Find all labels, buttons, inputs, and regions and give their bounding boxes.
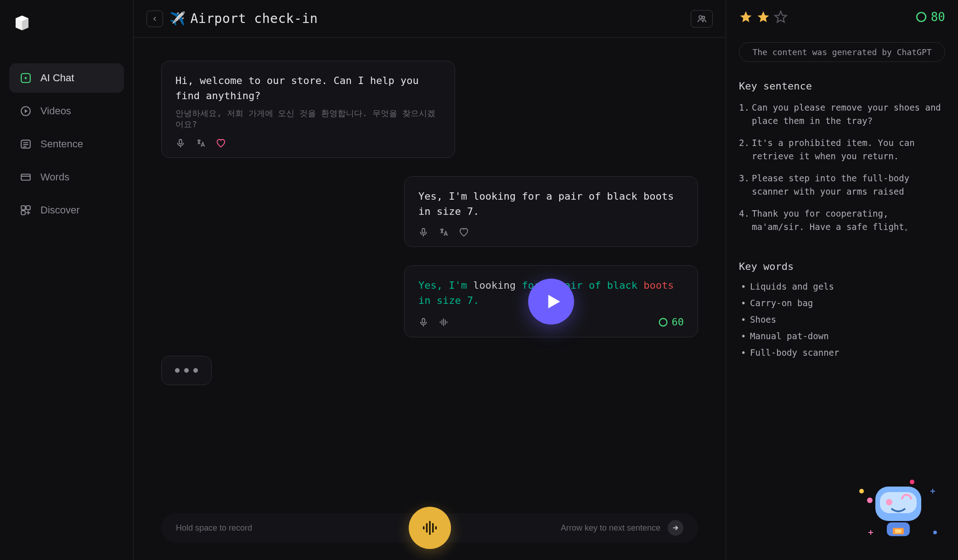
- key-words-list: Liquids and gelsCarry-on bagShoesManual …: [739, 281, 945, 364]
- chat-sparkle-icon: [19, 72, 32, 84]
- svg-point-33: [867, 498, 873, 503]
- system-message-bubble: Hi, welcome to our store. Can I help you…: [161, 61, 455, 158]
- practice-word: boots: [643, 280, 674, 291]
- star-icon: [739, 10, 753, 24]
- translate-icon[interactable]: [439, 227, 449, 237]
- key-sentence-item: It's a prohibited item. You can retrieve…: [739, 136, 945, 163]
- svg-rect-39: [895, 529, 902, 533]
- conversation-area: Hi, welcome to our store. Can I help you…: [134, 38, 726, 496]
- svg-rect-10: [21, 211, 25, 215]
- user-message-bubble: Yes, I'm looking for a pair of black boo…: [404, 176, 698, 247]
- svg-point-36: [886, 499, 892, 505]
- svg-point-32: [859, 489, 864, 493]
- text-lines-icon: [19, 138, 32, 151]
- page-title: ✈️ Airport check-in: [169, 11, 318, 26]
- sidebar: AI Chat Videos Sentence Words Discover: [0, 0, 133, 560]
- nav-words[interactable]: Words: [9, 162, 124, 192]
- key-word-item: Full-body scanner: [739, 347, 945, 358]
- message-translation: 안녕하세요, 저희 가게에 오신 것을 환영합니다. 무엇을 찾으시겠어요?: [175, 108, 441, 130]
- nav-label: Words: [40, 171, 69, 183]
- members-button[interactable]: [691, 10, 713, 28]
- nav-discover[interactable]: Discover: [9, 196, 124, 225]
- footer-hint-right: Arrow key to next sentence: [561, 523, 660, 533]
- footer-hint-left: Hold space to record: [176, 523, 252, 533]
- message-text: Yes, I'm looking for a pair of black boo…: [418, 189, 684, 219]
- back-button[interactable]: [147, 11, 163, 27]
- key-sentence-item: Thank you for cooperating, ma'am/sir. Ha…: [739, 207, 945, 234]
- right-panel: 80 The content was generated by ChatGPT …: [726, 0, 958, 560]
- typing-indicator: [161, 356, 212, 385]
- footer: Hold space to record Arrow key to next s…: [134, 496, 726, 560]
- key-word-item: Carry-on bag: [739, 298, 945, 308]
- nav-label: Discover: [40, 204, 80, 216]
- svg-point-11: [699, 16, 702, 18]
- nav-label: Sentence: [40, 138, 83, 150]
- translate-icon[interactable]: [196, 138, 206, 148]
- main-panel: ✈️ Airport check-in Hi, welcome to our s…: [133, 0, 726, 560]
- key-sentences-list: Can you please remove your shoes and pla…: [739, 101, 945, 242]
- svg-rect-6: [21, 174, 30, 180]
- practice-word: looking: [473, 280, 522, 291]
- nav-sentence[interactable]: Sentence: [9, 129, 124, 159]
- rating-stars: [739, 10, 788, 24]
- svg-point-31: [910, 480, 914, 484]
- key-word-item: Liquids and gels: [739, 281, 945, 291]
- star-icon: [756, 10, 770, 24]
- card-icon: [19, 171, 32, 184]
- svg-rect-38: [893, 528, 904, 534]
- app-logo: [13, 14, 31, 32]
- play-button[interactable]: [528, 279, 574, 325]
- sentence-score: 60: [658, 316, 684, 328]
- play-circle-icon: [19, 105, 32, 118]
- star-icon: [774, 10, 788, 24]
- overall-score-value: 80: [931, 10, 945, 24]
- record-button[interactable]: [409, 507, 451, 549]
- key-word-item: Manual pat-down: [739, 331, 945, 341]
- practice-word: of: [589, 280, 607, 291]
- nav-ai-chat[interactable]: AI Chat: [9, 63, 124, 93]
- topbar: ✈️ Airport check-in: [134, 0, 726, 38]
- robot-illustration: [843, 464, 944, 546]
- svg-point-40: [933, 531, 937, 534]
- practice-word: I'm: [449, 280, 473, 291]
- practice-word: Yes,: [418, 280, 449, 291]
- key-sentence-item: Can you please remove your shoes and pla…: [739, 101, 945, 128]
- nav-label: AI Chat: [40, 72, 74, 84]
- svg-rect-8: [21, 206, 25, 210]
- heart-icon[interactable]: [216, 138, 226, 148]
- discover-icon: [19, 204, 32, 217]
- key-sentence-item: Please step into the full-body scanner w…: [739, 172, 945, 199]
- svg-point-30: [917, 12, 926, 22]
- nav-videos[interactable]: Videos: [9, 96, 124, 126]
- practice-word: in: [418, 295, 437, 306]
- score-value: 60: [672, 316, 684, 328]
- mic-icon[interactable]: [418, 227, 428, 237]
- svg-rect-17: [422, 318, 425, 323]
- practice-bubble: Yes, I'm looking for a pair of black boo…: [404, 265, 698, 337]
- svg-rect-35: [880, 492, 917, 513]
- overall-score: 80: [915, 10, 945, 24]
- svg-rect-34: [875, 487, 921, 521]
- svg-point-24: [659, 318, 667, 326]
- practice-word: size: [437, 295, 467, 306]
- svg-rect-37: [887, 522, 910, 536]
- key-sentence-heading: Key sentence: [739, 80, 945, 92]
- title-text: Airport check-in: [191, 11, 318, 26]
- key-words-heading: Key words: [739, 261, 945, 272]
- key-word-item: Shoes: [739, 314, 945, 325]
- svg-rect-15: [422, 229, 425, 233]
- generation-notice: The content was generated by ChatGPT: [739, 42, 945, 62]
- next-button[interactable]: [668, 520, 683, 536]
- nav-label: Videos: [40, 105, 71, 117]
- heart-icon[interactable]: [459, 227, 469, 237]
- mic-icon[interactable]: [418, 317, 428, 327]
- svg-rect-13: [179, 140, 182, 144]
- svg-rect-9: [26, 206, 30, 210]
- practice-word: 7.: [467, 295, 479, 306]
- title-emoji: ✈️: [169, 11, 186, 26]
- waveform-icon[interactable]: [439, 317, 449, 327]
- mic-icon[interactable]: [175, 138, 186, 148]
- svg-point-12: [702, 16, 705, 19]
- practice-word: black: [607, 280, 643, 291]
- message-text: Hi, welcome to our store. Can I help you…: [175, 73, 441, 103]
